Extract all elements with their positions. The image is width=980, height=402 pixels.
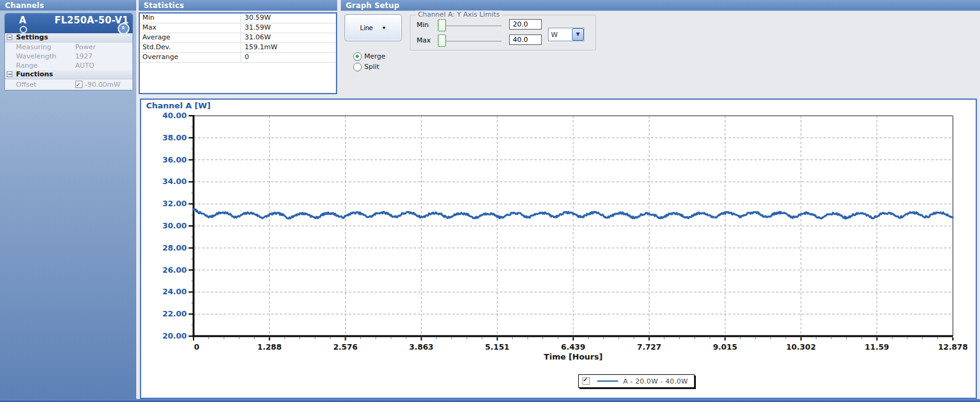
graph-setup-header-label: Graph Setup [346, 1, 399, 10]
ymin-label: Min [417, 21, 435, 29]
unit-value: W [549, 31, 572, 39]
y-axis-limits-fieldset: Channel A: Y Axis Limits Min Max W ▼ [410, 15, 596, 50]
setting-row-wavelength: Wavelength 1927 [5, 52, 133, 61]
settings-label: Settings [16, 33, 48, 41]
chevron-down-icon: ▼ [382, 25, 386, 31]
split-radio-row[interactable]: Split [353, 62, 379, 71]
setting-row-range: Range AUTO [5, 61, 133, 70]
channels-header: Channels [0, 0, 136, 11]
split-radio-label: Split [364, 63, 379, 71]
merge-radio[interactable] [353, 52, 362, 61]
bottom-status-strip [0, 399, 980, 402]
chart-panel: 20.0022.0024.0026.0028.0030.0032.0034.00… [140, 98, 977, 399]
svg-text:Time [Hours]: Time [Hours] [544, 352, 602, 361]
collapse-box-icon[interactable]: − [7, 34, 12, 40]
svg-text:40.00: 40.00 [162, 111, 187, 120]
statistics-header: Statistics [139, 0, 337, 11]
svg-text:24.00: 24.00 [162, 287, 187, 296]
svg-text:32.00: 32.00 [162, 199, 187, 208]
stats-row-overrange: Overrange 0 [140, 53, 336, 63]
ymin-input[interactable] [509, 19, 542, 30]
svg-text:22.00: 22.00 [162, 309, 187, 318]
chart-title: Channel A [W] [146, 101, 211, 110]
svg-text:34.00: 34.00 [162, 177, 187, 186]
channels-header-label: Channels [5, 1, 44, 10]
svg-text:7.727: 7.727 [637, 342, 661, 352]
offset-row: Offset -90.00mW [5, 79, 133, 90]
channel-id: A [19, 15, 27, 26]
ymax-input[interactable] [509, 34, 542, 45]
collapse-box-icon[interactable]: − [7, 71, 12, 77]
svg-text:2.576: 2.576 [333, 342, 358, 352]
ymin-slider-thumb[interactable] [438, 19, 446, 31]
svg-text:28.00: 28.00 [162, 243, 187, 252]
svg-text:1.288: 1.288 [257, 342, 282, 352]
svg-text:0: 0 [194, 342, 200, 352]
svg-text:11.59: 11.59 [865, 342, 889, 352]
stats-row-stddev: Std.Dev. 159.1mW [140, 43, 336, 53]
svg-text:5.151: 5.151 [485, 342, 510, 352]
statistics-table: Min 30.59W Max 31.59W Average 31.06W Std… [139, 12, 337, 94]
svg-text:10.302: 10.302 [786, 342, 815, 352]
split-radio[interactable] [353, 63, 362, 71]
svg-text:26.00: 26.00 [162, 265, 187, 275]
y-axis-limits-legend: Channel A: Y Axis Limits [415, 10, 502, 18]
offset-checkbox[interactable] [75, 81, 83, 88]
svg-text:6.439: 6.439 [561, 342, 586, 352]
channel-indicator-icon [20, 26, 27, 33]
settings-section-header: − Settings [5, 33, 133, 42]
ymax-slider-thumb[interactable] [438, 34, 446, 47]
graph-type-label: Line [360, 24, 373, 31]
svg-text:20.00: 20.00 [162, 331, 187, 340]
setting-row-measuring: Measuring Power [5, 42, 133, 52]
functions-section-header: − Functions [5, 70, 133, 79]
graph-type-button[interactable]: Line ▼ [345, 14, 402, 41]
graph-setup-panel: Line ▼ Merge Split Channel A: Y Axis Lim… [341, 11, 980, 98]
svg-text:38.00: 38.00 [162, 133, 187, 142]
chart-canvas[interactable]: 20.0022.0024.0026.0028.0030.0032.0034.00… [141, 100, 976, 398]
application-window: Channels A FL250A-50-V1 » − Settings Mea… [0, 0, 980, 402]
legend-line-sample [597, 380, 618, 382]
legend-checkbox[interactable] [582, 377, 590, 385]
svg-text:3.863: 3.863 [409, 342, 434, 352]
channels-sidebar: Channels A FL250A-50-V1 » − Settings Mea… [0, 0, 136, 399]
stats-row-average: Average 31.06W [140, 33, 336, 43]
ymax-label: Max [417, 36, 435, 44]
chart-legend: A - 20.0W - 40.0W [578, 374, 695, 388]
svg-text:9.015: 9.015 [713, 342, 738, 352]
merge-radio-row[interactable]: Merge [353, 52, 385, 61]
stats-row-min: Min 30.59W [140, 14, 336, 23]
channel-card: A FL250A-50-V1 » − Settings Measuring Po… [4, 13, 133, 90]
ymin-slider-track[interactable] [443, 25, 502, 27]
legend-label: A - 20.0W - 40.0W [623, 377, 688, 385]
ymax-slider-track[interactable] [443, 41, 502, 42]
graph-setup-header: Graph Setup [341, 0, 980, 11]
svg-text:30.00: 30.00 [162, 221, 187, 230]
svg-text:36.00: 36.00 [162, 155, 187, 164]
channel-card-header: A FL250A-50-V1 » [5, 14, 133, 33]
merge-radio-label: Merge [364, 52, 385, 60]
functions-label: Functions [16, 70, 53, 78]
offset-value: -90.00mW [85, 81, 120, 89]
stats-row-max: Max 31.59W [140, 23, 336, 33]
channel-name: FL250A-50-V1 [54, 15, 129, 26]
svg-text:12.878: 12.878 [938, 342, 968, 352]
statistics-header-label: Statistics [144, 1, 184, 10]
combo-arrow-icon[interactable]: ▼ [572, 28, 584, 41]
unit-dropdown[interactable]: W ▼ [548, 28, 584, 41]
